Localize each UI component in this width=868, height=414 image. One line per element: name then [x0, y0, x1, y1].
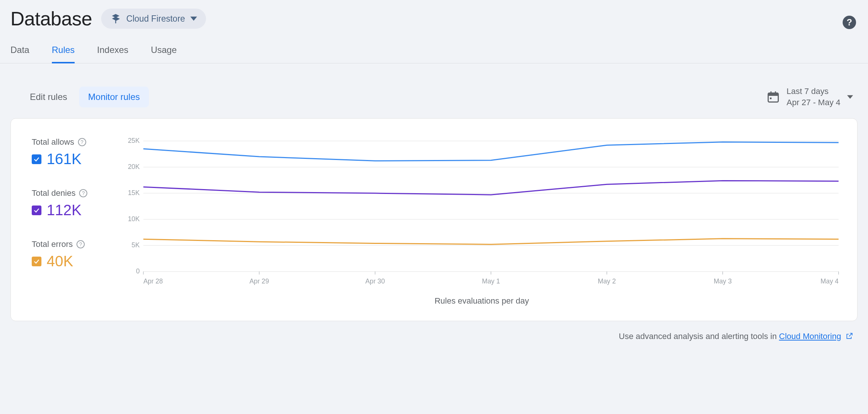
page-title: Database [10, 7, 92, 30]
legend-denies-checkbox[interactable] [32, 206, 41, 215]
svg-rect-4 [770, 97, 772, 99]
help-icon[interactable]: ? [79, 189, 87, 197]
legend-item-errors: Total errors ? 40K [32, 239, 114, 270]
chevron-down-icon [190, 15, 197, 22]
chevron-down-icon [847, 94, 853, 100]
database-selector[interactable]: Cloud Firestore [101, 9, 206, 29]
legend-item-denies: Total denies ? 112K [32, 188, 114, 219]
help-icon: ? [847, 17, 852, 28]
help-icon[interactable]: ? [77, 240, 85, 248]
svg-rect-2 [770, 91, 771, 94]
svg-rect-1 [768, 93, 778, 96]
svg-text:May 2: May 2 [598, 277, 616, 285]
legend-denies-label: Total denies [32, 188, 75, 198]
legend-allows-value: 161K [47, 151, 81, 167]
subtab-edit-rules[interactable]: Edit rules [21, 87, 76, 107]
legend-errors-checkbox[interactable] [32, 257, 41, 266]
legend-denies-value: 112K [47, 202, 81, 219]
svg-text:May 1: May 1 [482, 277, 500, 285]
legend-allows-checkbox[interactable] [32, 154, 41, 164]
external-link-icon [846, 332, 853, 342]
cloud-monitoring-link[interactable]: Cloud Monitoring [779, 332, 841, 341]
svg-text:Apr 30: Apr 30 [365, 277, 385, 285]
date-range-value: Apr 27 - May 4 [787, 97, 840, 108]
help-icon[interactable]: ? [78, 138, 86, 146]
svg-text:5K: 5K [132, 241, 140, 249]
help-button[interactable]: ? [843, 16, 856, 29]
rules-subtabs: Edit rules Monitor rules [21, 87, 149, 107]
date-range-selector[interactable]: Last 7 days Apr 27 - May 4 [766, 86, 858, 108]
line-chart: 05K10K15K20K25KApr 28Apr 29Apr 30May 1Ma… [121, 134, 842, 290]
chart-legend: Total allows ? 161K Total denies ? 112K [32, 134, 114, 306]
svg-text:15K: 15K [128, 189, 140, 197]
footer-prefix: Use advanced analysis and alerting tools… [619, 332, 779, 341]
main-tabs: Data Rules Indexes Usage [0, 30, 868, 63]
legend-errors-label: Total errors [32, 239, 73, 249]
legend-item-allows: Total allows ? 161K [32, 137, 114, 167]
svg-text:Apr 29: Apr 29 [250, 277, 269, 285]
svg-text:May 3: May 3 [714, 277, 731, 285]
svg-text:20K: 20K [128, 163, 140, 170]
chart-card: Total allows ? 161K Total denies ? 112K [10, 118, 858, 321]
tab-data[interactable]: Data [10, 45, 29, 63]
footer-note: Use advanced analysis and alerting tools… [0, 321, 868, 342]
calendar-icon [766, 90, 780, 104]
tab-rules[interactable]: Rules [52, 45, 75, 63]
svg-text:0: 0 [136, 267, 140, 275]
database-selector-label: Cloud Firestore [127, 14, 185, 24]
svg-text:Apr 28: Apr 28 [143, 277, 163, 285]
svg-text:25K: 25K [128, 137, 140, 144]
legend-errors-value: 40K [47, 253, 73, 270]
svg-text:May 4: May 4 [821, 277, 839, 285]
svg-rect-3 [775, 91, 776, 94]
date-range-label: Last 7 days [787, 86, 840, 97]
svg-text:10K: 10K [128, 215, 140, 223]
legend-allows-label: Total allows [32, 137, 74, 147]
tab-indexes[interactable]: Indexes [97, 45, 128, 63]
tab-usage[interactable]: Usage [151, 45, 177, 63]
subtab-monitor-rules[interactable]: Monitor rules [79, 87, 149, 107]
firestore-icon [110, 13, 121, 24]
chart-x-axis-label: Rules evaluations per day [121, 296, 842, 306]
